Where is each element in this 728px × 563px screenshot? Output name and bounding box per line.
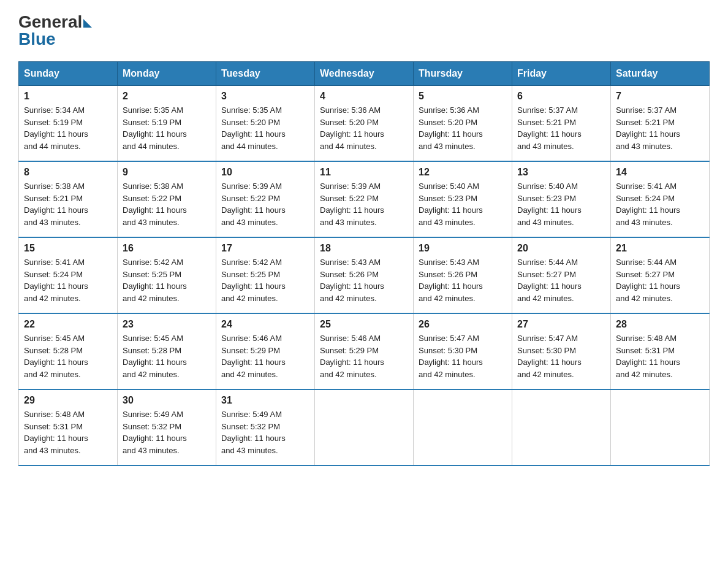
calendar-cell: 14 Sunrise: 5:41 AMSunset: 5:24 PMDaylig… [611,161,710,237]
calendar-cell: 9 Sunrise: 5:38 AMSunset: 5:22 PMDayligh… [118,161,216,237]
calendar-cell [414,389,512,465]
calendar-cell: 18 Sunrise: 5:43 AMSunset: 5:26 PMDaylig… [315,237,414,313]
day-number: 31 [221,395,309,406]
day-info: Sunrise: 5:35 AMSunset: 5:19 PMDaylight:… [123,105,187,151]
calendar-body: 1 Sunrise: 5:34 AMSunset: 5:19 PMDayligh… [19,86,710,466]
day-number: 18 [320,243,408,254]
weekday-header-thursday: Thursday [414,62,512,86]
day-number: 13 [517,167,605,178]
calendar-cell [611,389,710,465]
day-number: 15 [24,243,112,254]
calendar-cell: 10 Sunrise: 5:39 AMSunset: 5:22 PMDaylig… [216,161,315,237]
day-info: Sunrise: 5:35 AMSunset: 5:20 PMDaylight:… [221,105,286,151]
day-info: Sunrise: 5:45 AMSunset: 5:28 PMDaylight:… [123,334,187,379]
day-info: Sunrise: 5:41 AMSunset: 5:24 PMDaylight:… [616,182,680,227]
calendar-cell: 23 Sunrise: 5:45 AMSunset: 5:28 PMDaylig… [118,313,216,389]
calendar-cell: 11 Sunrise: 5:39 AMSunset: 5:22 PMDaylig… [315,161,414,237]
weekday-header-sunday: Sunday [19,62,118,86]
calendar-cell: 19 Sunrise: 5:43 AMSunset: 5:26 PMDaylig… [414,237,512,313]
calendar-cell: 28 Sunrise: 5:48 AMSunset: 5:31 PMDaylig… [611,313,710,389]
day-number: 11 [320,167,408,178]
calendar-cell: 31 Sunrise: 5:49 AMSunset: 5:32 PMDaylig… [216,389,315,465]
day-number: 8 [24,167,112,178]
day-info: Sunrise: 5:34 AMSunset: 5:19 PMDaylight:… [24,105,88,151]
day-number: 4 [320,91,408,102]
page-header: General Blue [18,12,710,49]
calendar-cell [512,389,611,465]
calendar-cell: 27 Sunrise: 5:47 AMSunset: 5:30 PMDaylig… [512,313,611,389]
day-number: 19 [419,243,507,254]
weekday-header-wednesday: Wednesday [315,62,414,86]
calendar-cell [315,389,414,465]
day-number: 12 [419,167,507,178]
day-info: Sunrise: 5:44 AMSunset: 5:27 PMDaylight:… [616,258,680,303]
calendar-week-row: 29 Sunrise: 5:48 AMSunset: 5:31 PMDaylig… [19,389,710,465]
calendar-cell: 7 Sunrise: 5:37 AMSunset: 5:21 PMDayligh… [611,86,710,162]
day-number: 16 [123,243,211,254]
calendar-cell: 24 Sunrise: 5:46 AMSunset: 5:29 PMDaylig… [216,313,315,389]
day-number: 24 [221,319,309,330]
day-number: 2 [123,91,211,102]
calendar-header: SundayMondayTuesdayWednesdayThursdayFrid… [19,62,710,86]
day-info: Sunrise: 5:37 AMSunset: 5:21 PMDaylight:… [616,105,680,151]
day-number: 17 [221,243,309,254]
calendar-week-row: 22 Sunrise: 5:45 AMSunset: 5:28 PMDaylig… [19,313,710,389]
calendar-cell: 13 Sunrise: 5:40 AMSunset: 5:23 PMDaylig… [512,161,611,237]
day-info: Sunrise: 5:45 AMSunset: 5:28 PMDaylight:… [24,334,88,379]
calendar-week-row: 15 Sunrise: 5:41 AMSunset: 5:24 PMDaylig… [19,237,710,313]
day-info: Sunrise: 5:46 AMSunset: 5:29 PMDaylight:… [320,334,384,379]
calendar-cell: 12 Sunrise: 5:40 AMSunset: 5:23 PMDaylig… [414,161,512,237]
day-info: Sunrise: 5:48 AMSunset: 5:31 PMDaylight:… [616,334,680,379]
day-info: Sunrise: 5:48 AMSunset: 5:31 PMDaylight:… [24,410,88,455]
day-number: 22 [24,319,112,330]
calendar-table: SundayMondayTuesdayWednesdayThursdayFrid… [18,61,710,466]
day-number: 6 [517,91,605,102]
calendar-cell: 25 Sunrise: 5:46 AMSunset: 5:29 PMDaylig… [315,313,414,389]
day-info: Sunrise: 5:41 AMSunset: 5:24 PMDaylight:… [24,258,88,303]
calendar-cell: 16 Sunrise: 5:42 AMSunset: 5:25 PMDaylig… [118,237,216,313]
calendar-cell: 4 Sunrise: 5:36 AMSunset: 5:20 PMDayligh… [315,86,414,162]
day-number: 1 [24,91,112,102]
calendar-cell: 3 Sunrise: 5:35 AMSunset: 5:20 PMDayligh… [216,86,315,162]
day-number: 7 [616,91,704,102]
calendar-week-row: 8 Sunrise: 5:38 AMSunset: 5:21 PMDayligh… [19,161,710,237]
day-info: Sunrise: 5:36 AMSunset: 5:20 PMDaylight:… [320,105,384,151]
day-info: Sunrise: 5:37 AMSunset: 5:21 PMDaylight:… [517,105,582,151]
day-info: Sunrise: 5:39 AMSunset: 5:22 PMDaylight:… [320,182,384,227]
calendar-cell: 8 Sunrise: 5:38 AMSunset: 5:21 PMDayligh… [19,161,118,237]
calendar-cell: 15 Sunrise: 5:41 AMSunset: 5:24 PMDaylig… [19,237,118,313]
day-info: Sunrise: 5:46 AMSunset: 5:29 PMDaylight:… [221,334,286,379]
calendar-cell: 29 Sunrise: 5:48 AMSunset: 5:31 PMDaylig… [19,389,118,465]
day-number: 3 [221,91,309,102]
day-info: Sunrise: 5:47 AMSunset: 5:30 PMDaylight:… [517,334,582,379]
day-number: 20 [517,243,605,254]
day-info: Sunrise: 5:47 AMSunset: 5:30 PMDaylight:… [419,334,483,379]
day-number: 23 [123,319,211,330]
day-info: Sunrise: 5:43 AMSunset: 5:26 PMDaylight:… [419,258,483,303]
day-number: 9 [123,167,211,178]
weekday-header-monday: Monday [118,62,216,86]
day-number: 10 [221,167,309,178]
day-number: 14 [616,167,704,178]
day-info: Sunrise: 5:49 AMSunset: 5:32 PMDaylight:… [123,410,187,455]
day-number: 30 [123,395,211,406]
day-info: Sunrise: 5:49 AMSunset: 5:32 PMDaylight:… [221,410,286,455]
day-info: Sunrise: 5:44 AMSunset: 5:27 PMDaylight:… [517,258,582,303]
calendar-cell: 1 Sunrise: 5:34 AMSunset: 5:19 PMDayligh… [19,86,118,162]
weekday-header-tuesday: Tuesday [216,62,315,86]
day-number: 26 [419,319,507,330]
day-info: Sunrise: 5:36 AMSunset: 5:20 PMDaylight:… [419,105,483,151]
calendar-cell: 20 Sunrise: 5:44 AMSunset: 5:27 PMDaylig… [512,237,611,313]
calendar-cell: 17 Sunrise: 5:42 AMSunset: 5:25 PMDaylig… [216,237,315,313]
day-info: Sunrise: 5:43 AMSunset: 5:26 PMDaylight:… [320,258,384,303]
day-info: Sunrise: 5:38 AMSunset: 5:22 PMDaylight:… [123,182,187,227]
calendar-cell: 2 Sunrise: 5:35 AMSunset: 5:19 PMDayligh… [118,86,216,162]
calendar-cell: 6 Sunrise: 5:37 AMSunset: 5:21 PMDayligh… [512,86,611,162]
calendar-cell: 26 Sunrise: 5:47 AMSunset: 5:30 PMDaylig… [414,313,512,389]
day-info: Sunrise: 5:42 AMSunset: 5:25 PMDaylight:… [221,258,286,303]
day-number: 27 [517,319,605,330]
day-info: Sunrise: 5:40 AMSunset: 5:23 PMDaylight:… [419,182,483,227]
calendar-cell: 5 Sunrise: 5:36 AMSunset: 5:20 PMDayligh… [414,86,512,162]
weekday-header-row: SundayMondayTuesdayWednesdayThursdayFrid… [19,62,710,86]
logo-text-blue: Blue [18,29,56,49]
